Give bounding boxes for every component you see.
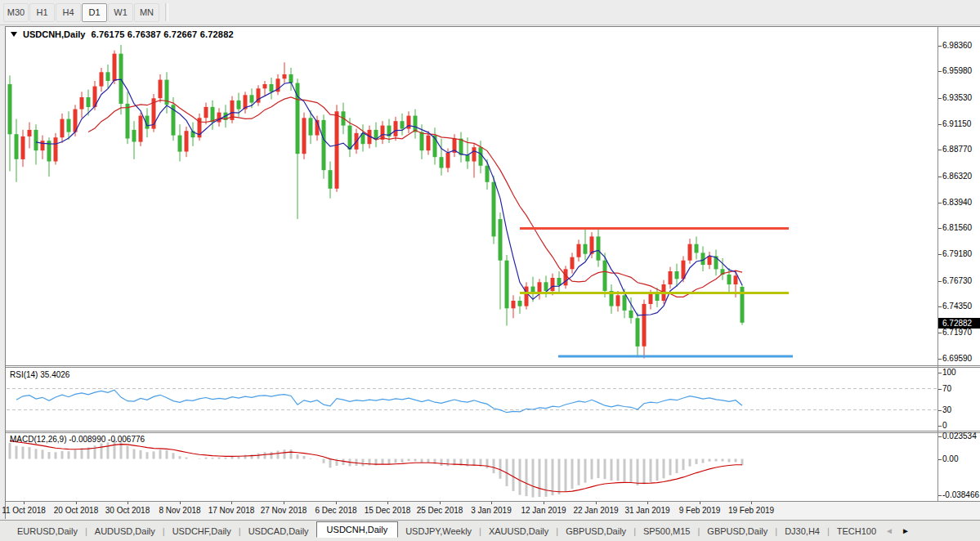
timeframe-button-w1[interactable]: W1 xyxy=(108,3,133,22)
rsi-line xyxy=(16,390,742,413)
timeframe-toolbar: M30H1H4D1W1MN xyxy=(0,0,980,25)
date-axis-tick xyxy=(76,502,77,504)
date-axis-tick xyxy=(647,502,648,504)
rsi-axis-label: 70 xyxy=(942,384,951,393)
date-axis-tick xyxy=(491,502,492,504)
date-axis-label: 22 Jan 2019 xyxy=(573,506,618,515)
candle-body xyxy=(499,219,503,261)
panel-splitter[interactable] xyxy=(6,365,980,366)
candle-body xyxy=(656,294,660,301)
chart-window: USDCNH,Daily 6.76175 6.76387 6.72667 6.7… xyxy=(5,26,980,519)
candle-body xyxy=(34,130,38,150)
candle-body xyxy=(185,131,189,151)
macd-axis-label: -0.038466 xyxy=(942,490,979,499)
rsi-indicator-label: RSI(14) 35.4026 xyxy=(10,370,69,379)
panel-splitter[interactable] xyxy=(6,431,980,431)
chart-tab-eurusd-daily[interactable]: EURUSD,Daily xyxy=(10,524,85,539)
date-axis-tick xyxy=(24,502,25,504)
chart-tab-tech100[interactable]: TECH100 xyxy=(830,524,884,539)
price-axis-label: 6.98360 xyxy=(942,41,972,50)
date-axis-tick xyxy=(231,502,232,504)
mt4-window: M30H1H4D1W1MN USDCNH,Daily 6.76175 6.763… xyxy=(0,0,980,541)
macd-axis-label: 0.023534 xyxy=(942,431,977,440)
date-axis-label: 8 Nov 2018 xyxy=(159,506,200,515)
price-axis-label: 6.93530 xyxy=(942,93,972,102)
candle-body xyxy=(178,136,182,152)
date-axis-label: 19 Feb 2019 xyxy=(728,506,774,515)
toolbar-separator xyxy=(165,3,168,21)
candle-body xyxy=(263,84,267,88)
candle-body xyxy=(250,95,254,102)
rsi-axis-label: 30 xyxy=(942,405,951,414)
candle-body xyxy=(492,182,496,237)
candle-body xyxy=(113,54,117,81)
date-axis-tick xyxy=(180,502,181,504)
date-axis-label: 27 Nov 2018 xyxy=(261,506,307,515)
tab-scroll-left-icon[interactable]: ◄ xyxy=(885,526,893,535)
candle-body xyxy=(603,261,607,291)
candle-body xyxy=(21,136,25,159)
candle-body xyxy=(126,104,130,139)
timeframe-button-h1[interactable]: H1 xyxy=(29,3,55,22)
candle-body xyxy=(60,119,65,138)
chart-tab-sp500-m15[interactable]: SP500,M15 xyxy=(636,524,697,539)
chart-tab-usdchf-daily[interactable]: USDCHF,Daily xyxy=(165,524,239,539)
macd-axis-label: 0.00 xyxy=(942,454,958,463)
timeframe-button-m30[interactable]: M30 xyxy=(3,3,29,22)
candle-body xyxy=(119,54,123,104)
candle-body xyxy=(414,116,418,132)
chevron-down-icon[interactable] xyxy=(11,32,17,37)
panel-splitter[interactable] xyxy=(6,367,980,368)
candle-body xyxy=(551,278,555,291)
candle-body xyxy=(139,116,143,142)
price-axis-label: 6.71970 xyxy=(942,328,972,337)
timeframe-button-d1[interactable]: D1 xyxy=(82,3,107,22)
chart-tab-gbpusd-daily[interactable]: GBPUSD,Daily xyxy=(558,524,633,539)
panel-splitter[interactable] xyxy=(6,432,980,433)
macd-panel[interactable] xyxy=(7,433,937,500)
candle-body xyxy=(616,295,620,306)
date-axis-tick xyxy=(336,502,337,504)
candle-body xyxy=(67,119,71,132)
rsi-panel[interactable] xyxy=(7,368,937,431)
chart-tab-audusd-daily[interactable]: AUDUSD,Daily xyxy=(87,524,163,539)
date-axis-tick xyxy=(700,502,700,504)
chart-tab-bar: EURUSD,Daily|AUDUSD,Daily|USDCHF,Daily|U… xyxy=(0,520,980,541)
date-axis[interactable]: 11 Oct 201820 Oct 201830 Oct 20188 Nov 2… xyxy=(6,501,980,520)
candle-body xyxy=(649,294,653,304)
price-axis-label: 6.74350 xyxy=(942,302,972,311)
price-axis-label: 6.91150 xyxy=(942,119,971,128)
timeframe-button-h4[interactable]: H4 xyxy=(56,3,81,22)
candle-body xyxy=(420,132,424,151)
current-price-tag: 6.72882 xyxy=(938,318,980,329)
chart-tab-usdcnh-daily[interactable]: USDCNH,Daily xyxy=(316,521,399,538)
date-axis-tick xyxy=(387,502,388,504)
chart-tab-dj30-h4[interactable]: DJ30,H4 xyxy=(777,524,827,539)
candle-body xyxy=(335,111,339,189)
timeframe-bar: M30H1H4D1W1MN xyxy=(3,3,160,22)
candle-body xyxy=(159,80,163,99)
timeframe-button-mn[interactable]: MN xyxy=(134,3,159,22)
candle-body xyxy=(106,72,110,81)
main-price-chart[interactable] xyxy=(7,28,937,365)
candle-body xyxy=(486,166,490,182)
candle-body xyxy=(28,130,32,136)
tab-scroll-right-icon[interactable]: ► xyxy=(902,526,910,535)
price-axis-label: 6.88770 xyxy=(942,145,972,154)
price-axis-label: 6.79180 xyxy=(942,249,972,258)
candle-body xyxy=(8,84,12,134)
chart-tab-usdjpy-weekly[interactable]: USDJPY,Weekly xyxy=(398,524,479,539)
candle-body xyxy=(577,244,581,257)
chart-tab-usdcad-daily[interactable]: USDCAD,Daily xyxy=(241,524,316,539)
candle-body xyxy=(584,244,588,254)
date-axis-tick xyxy=(284,502,284,504)
candle-body xyxy=(329,170,333,189)
candle-body xyxy=(727,275,732,284)
date-axis-label: 6 Dec 2018 xyxy=(315,506,356,515)
chart-tab-xauusd-daily[interactable]: XAUUSD,Daily xyxy=(481,524,556,539)
chart-tab-gbpusd-daily[interactable]: GBPUSD,Daily xyxy=(700,524,775,539)
candle-body xyxy=(512,301,516,308)
chart-symbol-title: USDCNH,Daily xyxy=(23,29,85,39)
candle-body xyxy=(440,157,444,168)
price-axis-label: 6.95980 xyxy=(942,66,972,75)
